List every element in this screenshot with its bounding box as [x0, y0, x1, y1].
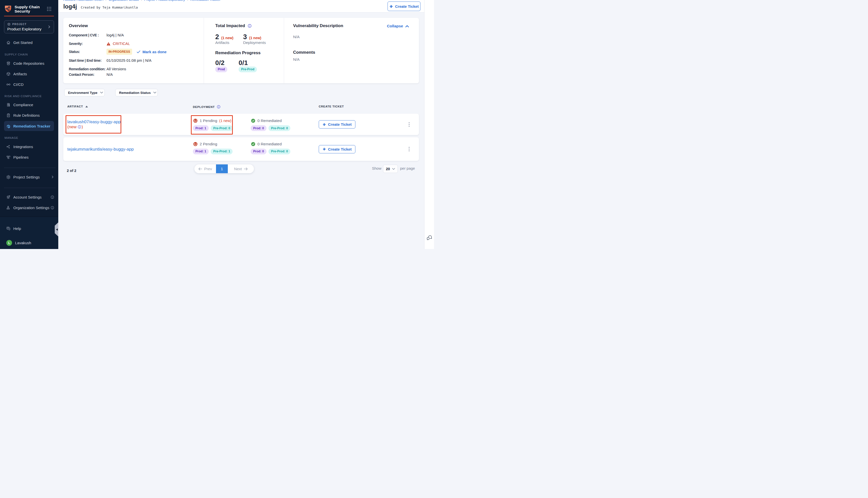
- preprod-pill: Pre-Prod: 0: [211, 125, 233, 131]
- collapse-button[interactable]: Collapse: [387, 24, 409, 28]
- impact-column: Total Impacted 2(1 new) Artifacts 3(1 ne…: [204, 18, 284, 83]
- breadcrumb-account[interactable]: Account: Automation-SSCA: [63, 0, 103, 1]
- preprod-pill: Pre-Prod: 0: [269, 148, 290, 154]
- sidebar-item-code-repositories[interactable]: Code Repositories: [0, 58, 58, 68]
- comments-heading: Comments: [293, 50, 419, 55]
- critical-warning-icon: [106, 42, 111, 46]
- info-icon[interactable]: [51, 206, 54, 210]
- environment-type-filter[interactable]: Environment Type: [64, 89, 105, 96]
- sidebar-item-account-settings[interactable]: Account Settings: [0, 192, 58, 202]
- project-cube-icon: [7, 23, 11, 26]
- row-menu-kebab-icon[interactable]: [406, 120, 412, 129]
- impacted-artifacts-label: Artifacts: [215, 40, 243, 45]
- prod-pill: Prod: 0: [251, 148, 267, 154]
- impacted-deployments-count: 3: [243, 33, 247, 41]
- remediation-status-filter[interactable]: Remediation Status: [115, 89, 158, 96]
- sidebar-item-pipelines[interactable]: Pipelines: [0, 152, 58, 162]
- mark-as-done-button[interactable]: Mark as done: [137, 50, 167, 54]
- column-artifact[interactable]: ARTIFACT: [67, 105, 88, 108]
- info-icon[interactable]: [217, 105, 221, 109]
- project-selector[interactable]: PROJECT Product Exploratory: [4, 20, 54, 34]
- brand: Supply Chain Security: [0, 0, 58, 13]
- deployment-cell: 1 Pending (1 new) Prod: 1 Pre-Prod: 0: [193, 118, 251, 131]
- breadcrumb-remediation-tracker[interactable]: Remediation Tracker: [190, 0, 221, 1]
- artifact-link[interactable]: tejakummarikuntla/easy-buggy-app: [67, 147, 134, 152]
- ticket-diamond-icon: [389, 4, 393, 8]
- artifact-link[interactable]: lavakush07/easy-buggy-app: [67, 119, 121, 124]
- gear-icon: [6, 175, 11, 179]
- time-value: 01/10/2025 01:08 pm | N/A: [106, 58, 152, 63]
- create-ticket-button[interactable]: Create Ticket: [388, 1, 420, 11]
- info-icon[interactable]: [51, 195, 54, 199]
- chevron-down-icon: [100, 92, 103, 94]
- layers-gear-icon: [6, 195, 11, 199]
- help-chat-icon: [6, 226, 11, 231]
- breadcrumb-organization[interactable]: Organization: default: [109, 0, 139, 1]
- integrations-icon: [6, 145, 11, 149]
- preprod-pill: Pre-Prod: [238, 66, 257, 72]
- info-icon[interactable]: [78, 125, 81, 129]
- sidebar-item-rule-definitions[interactable]: Rule Definitions: [0, 110, 58, 120]
- pagination-next-button[interactable]: Next: [228, 167, 254, 171]
- divider: [4, 188, 55, 188]
- pending-count: 2 Pending: [200, 142, 217, 146]
- pending-count: 1 Pending: [200, 118, 217, 123]
- sidebar-item-remediation-tracker[interactable]: Remediation Tracker: [4, 121, 54, 131]
- page-header: Account: Automation-SSCA › Organization:…: [58, 0, 424, 13]
- sidebar: Supply Chain Security PROJECT Product Ex…: [0, 0, 58, 249]
- preprod-pill: Pre-Prod: 0: [269, 125, 290, 131]
- project-selector-label: PROJECT: [12, 23, 27, 26]
- page-size-select[interactable]: 20: [383, 165, 398, 173]
- sidebar-item-integrations[interactable]: Integrations: [0, 141, 58, 152]
- pagination-page-1[interactable]: 1: [216, 165, 228, 173]
- create-ticket-button[interactable]: Create Ticket: [319, 145, 355, 153]
- arrow-right-icon: [244, 167, 248, 170]
- app-grid-icon[interactable]: [47, 6, 51, 11]
- create-ticket-button[interactable]: Create Ticket: [319, 120, 355, 129]
- overview-heading: Overview: [69, 23, 204, 28]
- prod-pill: Prod: [215, 66, 227, 72]
- sidebar-item-help[interactable]: Help: [0, 223, 58, 234]
- deployment-cell: 2 Pending Prod: 1 Pre-Prod: 1: [193, 141, 251, 154]
- sidebar-item-artifacts[interactable]: Artifacts: [0, 68, 58, 79]
- remediated-count: 0 Remediated: [257, 142, 282, 146]
- artifact-cell: tejakummarikuntla/easy-buggy-app: [67, 147, 193, 152]
- sidebar-item-cicd[interactable]: CI/CD: [0, 79, 58, 90]
- section-supply-chain: SUPPLY CHAIN: [0, 52, 58, 57]
- pipelines-icon: [6, 155, 11, 159]
- severity-label: Severity:: [69, 41, 106, 46]
- remediation-progress-heading: Remediation Progress: [215, 51, 284, 55]
- prod-pill: Prod: 1: [193, 148, 209, 154]
- component-cve-value: log4j | N/A: [106, 32, 124, 38]
- code-repo-icon: [6, 61, 11, 66]
- chat-bubbles-icon[interactable]: [426, 234, 432, 240]
- sidebar-nav: Get Started SUPPLY CHAIN Code Repositori…: [0, 34, 58, 213]
- breadcrumb: Account: Automation-SSCA › Organization:…: [63, 0, 221, 1]
- row-menu-kebab-icon[interactable]: [406, 145, 412, 154]
- check-icon: [137, 50, 140, 53]
- prod-pill: Prod: 1: [193, 125, 209, 131]
- chevron-up-icon: [405, 25, 409, 27]
- pending-timer-icon: [193, 119, 197, 123]
- remediated-cell: 0 Remediated Prod: 0 Pre-Prod: 0: [251, 118, 319, 131]
- remediated-count: 0 Remediated: [257, 118, 282, 123]
- info-icon[interactable]: [248, 24, 252, 28]
- overview-column: Overview Component | CVE : log4j | N/A S…: [63, 18, 204, 83]
- chevron-separator-icon: ›: [141, 0, 142, 1]
- sidebar-item-get-started[interactable]: Get Started: [0, 37, 58, 48]
- condition-label: Remediation condition:: [69, 66, 106, 71]
- chevron-right-icon: [51, 175, 54, 179]
- project-selector-value: Product Exploratory: [7, 27, 51, 31]
- chevron-down-icon: [392, 168, 395, 170]
- divider: [4, 168, 55, 168]
- show-label: Show: [372, 166, 381, 170]
- overview-card: Overview Component | CVE : log4j | N/A S…: [63, 18, 419, 83]
- sidebar-item-compliance[interactable]: Compliance: [0, 100, 58, 110]
- sidebar-item-organization-settings[interactable]: Organization Settings: [0, 202, 58, 213]
- pagination-prev-button[interactable]: Prev: [194, 167, 216, 171]
- user-account[interactable]: L Lavakush: [0, 240, 58, 246]
- sidebar-item-project-settings[interactable]: Project Settings: [0, 172, 58, 182]
- breadcrumb-project[interactable]: Project: Product Exploratory: [144, 0, 185, 1]
- created-by: Created by Teja Kummarikuntla: [81, 5, 138, 9]
- impacted-artifacts-new: (1 new): [221, 36, 233, 40]
